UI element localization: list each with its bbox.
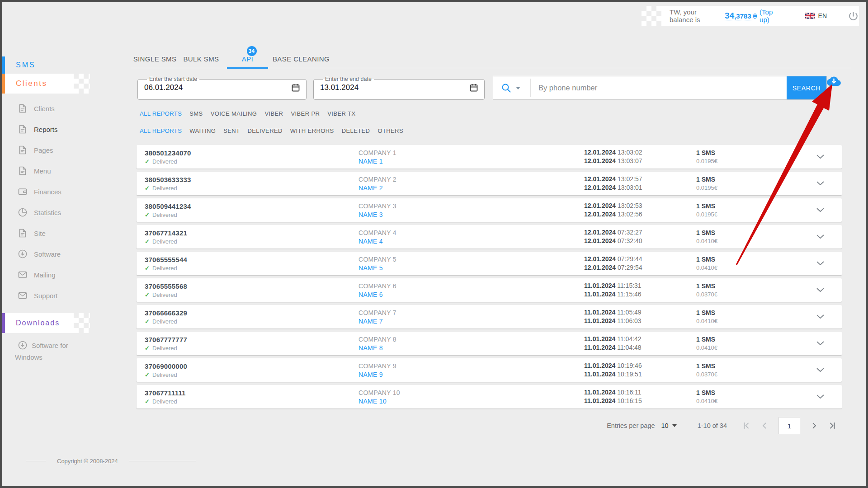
chevron-down-icon[interactable] [816,181,824,186]
filter-sms[interactable]: SMS [189,110,203,117]
footer: Copyright © 2008-2024 [20,458,201,465]
status-label: Delivered [152,238,177,245]
filter-all-reports[interactable]: ALL REPORTS [140,110,182,117]
logout-button[interactable] [848,10,859,22]
report-price: 0.0410€ [696,318,799,324]
top-up-link[interactable]: (Top up) [760,8,781,23]
tab-single-sms[interactable]: SINGLE SMS [131,49,179,68]
end-date-field[interactable]: Enter the end date 13.01.2024 [313,76,485,100]
filter-viber[interactable]: VIBER [264,110,283,117]
report-name-link[interactable]: NAME 5 [359,264,584,272]
report-name-link[interactable]: NAME 7 [359,318,584,325]
filter-with-errors[interactable]: WITH ERRORS [290,127,334,134]
sidebar-item-mailing[interactable]: Mailing [2,264,111,285]
report-name-link[interactable]: NAME 2 [359,184,584,192]
filter-waiting[interactable]: WAITING [189,127,216,134]
tab-label: BASE CLEANING [273,55,330,63]
chevron-down-icon[interactable] [816,341,824,346]
tab-api[interactable]: API34 [224,49,271,68]
last-page-button[interactable] [828,422,836,430]
search-button[interactable]: SEARCH [787,76,826,99]
sidebar-item-support[interactable]: Support [2,285,111,306]
check-icon: ✓ [145,265,150,272]
language-selector[interactable]: EN [805,12,827,19]
chevron-down-icon[interactable] [816,368,824,372]
pixel-decoration [74,313,90,333]
search-type-dropdown[interactable] [493,83,530,94]
sidebar-section-clients[interactable]: Clients [5,74,74,94]
sidebar-item-pages[interactable]: Pages [2,140,111,160]
report-name-link[interactable]: NAME 4 [359,238,584,245]
filter-voice-mailing[interactable]: VOICE MAILING [211,110,257,117]
search-input[interactable] [531,84,787,92]
chevron-down-icon[interactable] [816,261,824,266]
sidebar-item-finances[interactable]: Finances [2,181,111,202]
report-name-link[interactable]: NAME 3 [359,211,584,218]
chevron-down-icon[interactable] [816,235,824,239]
report-phone: 37069000000 [145,362,359,370]
filter-sent[interactable]: SENT [223,127,240,134]
chevron-down-icon[interactable] [816,394,824,399]
sidebar-item-label: Site [34,230,46,237]
report-sms-count: 1 SMS [696,389,799,396]
next-page-button[interactable] [810,422,818,430]
report-name-link[interactable]: NAME 1 [359,158,584,165]
chevron-down-icon[interactable] [816,314,824,319]
filter-others[interactable]: OTHERS [377,127,403,134]
pagination-range: 1-10 of 34 [698,422,727,429]
report-company: COMPANY 7 [359,309,584,316]
report-datetime: 12.01.2024 13:02:56 [584,210,696,219]
entries-per-page-dropdown[interactable]: 10 [661,422,677,429]
document-icon [18,124,28,134]
sidebar-item-reports[interactable]: Reports [2,119,111,140]
current-page-input[interactable]: 1 [778,417,800,434]
report-status: ✓Delivered [145,318,359,325]
report-name-link[interactable]: NAME 9 [359,371,584,378]
start-date-value[interactable]: 06.01.2024 [144,83,183,92]
sidebar-item-menu[interactable]: Menu [2,160,111,181]
check-icon: ✓ [145,158,150,165]
filter-delivered[interactable]: DELIVERED [248,127,283,134]
filter-viber-pr[interactable]: VIBER PR [291,110,320,117]
report-sms-count: 1 SMS [696,202,799,210]
balance-label: TW, your balance is [670,8,722,23]
sidebar-section-sms[interactable]: SMS [16,56,36,74]
report-price: 0.0370€ [696,291,799,298]
start-date-field[interactable]: Enter the start date 06.01.2024 [137,76,307,100]
report-name-link[interactable]: NAME 10 [359,398,584,405]
sidebar-item-site[interactable]: Site [2,223,111,244]
report-name-link[interactable]: NAME 6 [359,291,584,298]
first-page-button[interactable] [742,422,750,430]
filter-deleted[interactable]: DELETED [342,127,370,134]
calendar-icon[interactable] [470,84,478,92]
report-row: 380501234070✓DeliveredCOMPANY 1NAME 112.… [137,145,842,169]
status-filter-row: ALL REPORTSWAITINGSENTDELIVEREDWITH ERRO… [140,127,403,134]
calendar-icon[interactable] [292,84,300,92]
tab-bulk-sms[interactable]: BULK SMS [179,49,224,68]
previous-page-button[interactable] [760,422,769,430]
filter-viber-tx[interactable]: VIBER TX [327,110,355,117]
export-download-button[interactable] [827,75,841,88]
divider [129,461,196,461]
report-company: COMPANY 8 [359,336,584,343]
balance-amount[interactable]: 34,3783 [725,11,751,20]
report-sms-count: 1 SMS [696,282,799,290]
sidebar-section-downloads[interactable]: Downloads [5,313,74,333]
tab-base-cleaning[interactable]: BASE CLEANING [271,49,331,68]
currency-symbol: ₴ [753,12,757,20]
chevron-down-icon[interactable] [816,208,824,212]
chevron-down-icon[interactable] [816,155,824,159]
sidebar-item-clients[interactable]: Clients [2,98,111,119]
chevron-down-icon[interactable] [816,288,824,292]
download-circle-icon [18,249,28,259]
filter-all-reports[interactable]: ALL REPORTS [140,127,182,134]
envelope-icon [18,270,28,280]
sidebar-item-software[interactable]: Software [2,244,111,264]
report-company: COMPANY 10 [359,389,584,396]
pixel-decoration [642,6,661,26]
end-date-value[interactable]: 13.01.2024 [320,83,359,92]
report-company: COMPANY 9 [359,362,584,370]
report-name-link[interactable]: NAME 8 [359,344,584,352]
sidebar-item-statistics[interactable]: Statistics [2,202,111,223]
sidebar-item-software-for-windows[interactable]: Software for Windows [15,340,84,363]
